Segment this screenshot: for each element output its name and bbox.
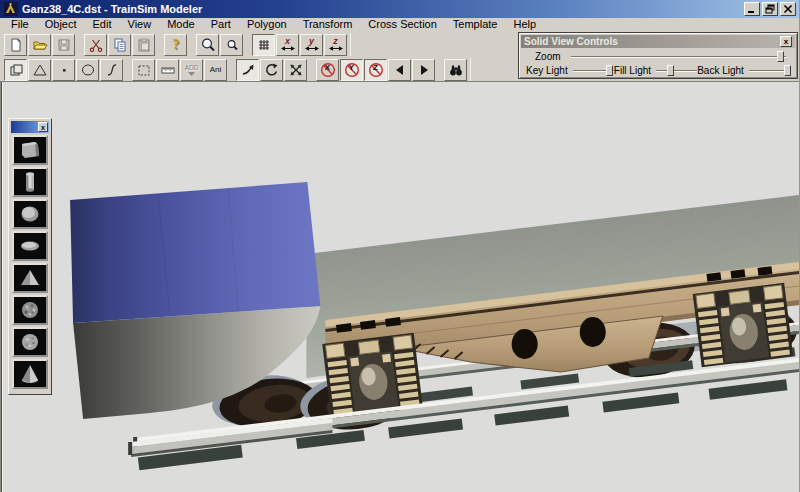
- next-button[interactable]: [412, 59, 435, 81]
- previous-button[interactable]: [388, 59, 411, 81]
- restore-button[interactable]: [762, 2, 778, 16]
- right-spring-pack[interactable]: [693, 283, 793, 368]
- minimize-button[interactable]: [744, 2, 760, 16]
- copy-pages-icon: [112, 37, 128, 53]
- floppy-disk-icon: [56, 37, 72, 53]
- shape-palette-close-button[interactable]: x: [38, 122, 48, 132]
- shape-box-button[interactable]: [12, 135, 48, 165]
- scale-button[interactable]: [284, 59, 307, 81]
- shape-geosphere-button[interactable]: [12, 295, 48, 325]
- menu-item-part[interactable]: Part: [203, 18, 239, 31]
- zoom-slider-label: Zoom: [535, 51, 561, 62]
- shape-cone-button[interactable]: [12, 359, 48, 389]
- left-triangle-icon: [392, 62, 408, 78]
- menu-item-view[interactable]: View: [120, 18, 160, 31]
- fill-light-slider-label: Fill Light: [614, 65, 651, 76]
- menu-item-template[interactable]: Template: [445, 18, 506, 31]
- marquee-select-button[interactable]: [132, 59, 155, 81]
- menu-item-file[interactable]: File: [3, 18, 37, 31]
- new-file-icon: [8, 37, 24, 53]
- axis-y-button[interactable]: y: [300, 34, 323, 56]
- menu-item-transform[interactable]: Transform: [295, 18, 361, 31]
- menu-item-help[interactable]: Help: [505, 18, 544, 31]
- shape-cylinder-button[interactable]: [12, 167, 48, 197]
- shape-disc-button[interactable]: [12, 231, 48, 261]
- grid-toggle-button[interactable]: [252, 34, 275, 56]
- right-triangle-icon: [416, 62, 432, 78]
- drop-arrow-icon: [188, 72, 195, 76]
- pyramid-primitive-icon: [15, 265, 45, 291]
- move-button[interactable]: [236, 59, 259, 81]
- triangle-mode-button[interactable]: [28, 59, 51, 81]
- zoom-out-button[interactable]: [220, 34, 243, 56]
- window-title: Ganz38_4C.dst - TrainSim Modeler: [22, 3, 744, 15]
- rotate-arrow-icon: [264, 62, 280, 78]
- triangle-icon: [32, 62, 48, 78]
- move-arrow-icon: [240, 62, 256, 78]
- zoom-in-button[interactable]: [196, 34, 219, 56]
- menu-item-edit[interactable]: Edit: [85, 18, 120, 31]
- lock-x-label: X: [317, 63, 338, 72]
- menu-item-polygon[interactable]: Polygon: [239, 18, 295, 31]
- geosphere-primitive-icon: [15, 297, 45, 323]
- slider-thumb[interactable]: [606, 65, 613, 76]
- back-light-slider[interactable]: [749, 64, 790, 77]
- toolbar-separator: [156, 34, 163, 56]
- viewport-3d-scene[interactable]: [0, 82, 799, 492]
- axis-y-label: y: [309, 37, 314, 45]
- find-button[interactable]: [444, 59, 467, 81]
- left-spring-pack[interactable]: [322, 333, 422, 418]
- lock-y-button[interactable]: Y: [340, 59, 363, 81]
- sphere-primitive-icon: [15, 201, 45, 227]
- zoom-slider[interactable]: [571, 50, 786, 63]
- menu-item-cross-section[interactable]: Cross Section: [360, 18, 444, 31]
- point-mode-button[interactable]: [52, 59, 75, 81]
- fill-light-slider[interactable]: [656, 64, 697, 77]
- toolbar-divider: [350, 33, 351, 56]
- window-titlebar[interactable]: Ganz38_4C.dst - TrainSim Modeler: [0, 0, 799, 18]
- new-button[interactable]: [4, 34, 27, 56]
- close-icon: x: [784, 37, 788, 46]
- circle-mode-button[interactable]: [76, 59, 99, 81]
- question-mark-icon: ??: [168, 37, 184, 53]
- shape-palette-titlebar[interactable]: x: [11, 121, 49, 133]
- slider-thumb[interactable]: [667, 65, 674, 76]
- lock-x-button[interactable]: X: [316, 59, 339, 81]
- add-button[interactable]: ADD: [180, 59, 203, 81]
- animation-button[interactable]: Ani: [204, 59, 227, 81]
- solid-view-controls-close-button[interactable]: x: [780, 36, 792, 47]
- viewport-3d[interactable]: x: [0, 82, 799, 492]
- box-select-mode-button[interactable]: [4, 59, 27, 81]
- help-button[interactable]: ??: [164, 34, 187, 56]
- close-button[interactable]: [780, 2, 796, 16]
- menu-item-object[interactable]: Object: [37, 18, 85, 31]
- open-button[interactable]: [28, 34, 51, 56]
- close-icon: x: [41, 124, 45, 131]
- slider-thumb[interactable]: [777, 51, 784, 62]
- shape-palette: x: [8, 118, 52, 395]
- solid-view-controls-titlebar[interactable]: Solid View Controls x: [521, 35, 795, 48]
- trainsim-logo-icon: [4, 2, 18, 16]
- slider-thumb[interactable]: [784, 65, 791, 76]
- shape-sphere-button[interactable]: [12, 199, 48, 229]
- menu-item-mode[interactable]: Mode: [159, 18, 203, 31]
- copy-button[interactable]: [108, 34, 131, 56]
- axis-x-button[interactable]: x: [276, 34, 299, 56]
- shape-pyramid-button[interactable]: [12, 263, 48, 293]
- overlapping-boxes-icon: [8, 62, 24, 78]
- slider-track: [571, 56, 786, 57]
- shape-rough-sphere-button[interactable]: [12, 327, 48, 357]
- disc-primitive-icon: [15, 233, 45, 259]
- rotate-button[interactable]: [260, 59, 283, 81]
- key-light-slider[interactable]: [573, 64, 614, 77]
- lock-z-button[interactable]: Z: [364, 59, 387, 81]
- spline-mode-button[interactable]: [100, 59, 123, 81]
- lock-y-label: Y: [341, 63, 362, 72]
- save-button[interactable]: [52, 34, 75, 56]
- axis-z-button[interactable]: z: [324, 34, 347, 56]
- cut-button[interactable]: [84, 34, 107, 56]
- toolbar-separator: [436, 59, 443, 81]
- paste-button[interactable]: [132, 34, 155, 56]
- add-label: ADD: [185, 63, 199, 72]
- measure-button[interactable]: [156, 59, 179, 81]
